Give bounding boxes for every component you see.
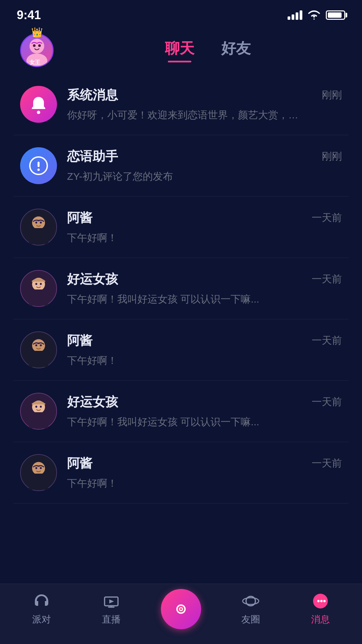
alert-icon	[28, 156, 49, 176]
chat-item-top: 阿酱 一天前	[67, 332, 342, 349]
system-message-avatar	[20, 86, 57, 123]
svg-marker-42	[109, 599, 114, 603]
list-item[interactable]: 阿酱 一天前 下午好啊！	[13, 197, 349, 258]
main-tabs: 聊天 好友	[74, 39, 342, 62]
chat-item-content: 好运女孩 一天前 下午好啊！我叫好运女孩 可以认识一下嘛...	[67, 271, 342, 306]
face-illustration	[21, 270, 56, 307]
svg-point-46	[180, 608, 182, 610]
signal-bars-icon	[288, 10, 302, 20]
nav-item-live[interactable]: 直播	[76, 592, 146, 626]
chat-name: 恋语助手	[67, 148, 118, 165]
chat-list: 系统消息 刚刚 你好呀，小可爱！欢迎来到恋语世界，颜艺大赏，花式整盘... 恋语…	[0, 74, 362, 503]
user-avatar-ajiang2	[20, 331, 57, 368]
svg-rect-7	[38, 162, 40, 167]
face-illustration	[21, 209, 56, 246]
svg-rect-14	[29, 228, 48, 244]
list-item[interactable]: 阿酱 一天前 下午好啊！	[13, 319, 349, 381]
bottom-nav: 派对 直播 友圈	[0, 584, 362, 644]
svg-point-13	[40, 222, 42, 224]
svg-point-37	[40, 467, 42, 469]
assistant-avatar	[20, 147, 57, 184]
user-avatar-lucky	[20, 270, 57, 307]
chat-preview: 下午好啊！我叫好运女孩 可以认识一下嘛...	[67, 415, 302, 429]
header: 👑 女王 聊天 好友	[0, 27, 362, 74]
svg-point-25	[40, 344, 42, 346]
nav-item-messages[interactable]: 消息	[286, 592, 355, 626]
chat-item-top: 好运女孩 一天前	[67, 393, 342, 411]
chat-preview: 下午好啊！	[67, 477, 302, 490]
svg-rect-26	[29, 351, 48, 367]
svg-point-36	[35, 467, 37, 469]
chat-item-content: 恋语助手 刚刚 ZY-初九评论了您的发布	[67, 148, 342, 183]
headphone-icon	[33, 592, 50, 610]
svg-point-3	[38, 44, 41, 47]
user-avatar[interactable]: 👑 女王	[20, 34, 54, 67]
list-item[interactable]: 恋语助手 刚刚 ZY-初九评论了您的发布	[13, 135, 349, 197]
chat-item-content: 阿酱 一天前 下午好啊！	[67, 332, 342, 368]
nav-item-center[interactable]	[146, 589, 216, 629]
chat-name: 阿酱	[67, 455, 93, 472]
user-avatar-lucky2	[20, 393, 57, 430]
user-avatar-ajiang	[20, 209, 57, 246]
svg-rect-20	[29, 289, 48, 306]
svg-point-12	[35, 222, 37, 224]
svg-point-24	[35, 344, 37, 346]
svg-rect-38	[29, 474, 48, 490]
svg-point-50	[317, 600, 320, 602]
status-bar: 9:41	[0, 0, 362, 27]
user-avatar-ajiang3	[20, 454, 57, 491]
avatar-circle: 女王	[20, 34, 54, 67]
nav-label-party: 派对	[32, 613, 51, 626]
nav-item-party[interactable]: 派对	[7, 592, 76, 626]
message-icon	[312, 592, 329, 610]
svg-point-19	[40, 283, 42, 285]
tab-chat[interactable]: 聊天	[165, 39, 194, 62]
list-item[interactable]: 阿酱 一天前 下午好啊！	[13, 442, 349, 503]
chat-time: 一天前	[312, 457, 342, 470]
tv-icon	[103, 592, 120, 610]
chat-item-top: 阿酱 一天前	[67, 455, 342, 472]
nav-label-messages: 消息	[311, 613, 330, 626]
status-icons	[288, 10, 345, 20]
svg-point-10	[32, 216, 45, 229]
chat-item-content: 阿酱 一天前 下午好啊！	[67, 455, 342, 490]
chat-name: 好运女孩	[67, 271, 118, 288]
chat-preview: ZY-初九评论了您的发布	[67, 170, 302, 183]
planet-icon	[242, 592, 259, 610]
chat-time: 一天前	[312, 395, 342, 409]
list-item[interactable]: 系统消息 刚刚 你好呀，小可爱！欢迎来到恋语世界，颜艺大赏，花式整盘...	[13, 74, 349, 135]
nav-label-moments: 友圈	[241, 613, 260, 626]
svg-point-22	[32, 339, 45, 352]
chat-item-top: 阿酱 一天前	[67, 209, 342, 226]
svg-point-34	[32, 462, 45, 475]
chat-item-content: 好运女孩 一天前 下午好啊！我叫好运女孩 可以认识一下嘛...	[67, 393, 342, 429]
chat-time: 刚刚	[322, 88, 342, 102]
crown-icon: 👑	[31, 27, 43, 38]
chat-time: 一天前	[312, 211, 342, 225]
center-button[interactable]	[161, 589, 201, 629]
face-illustration	[21, 393, 56, 430]
chat-time: 一天前	[312, 272, 342, 286]
svg-text:女王: 女王	[29, 59, 41, 65]
svg-point-48	[243, 598, 259, 604]
chat-item-content: 阿酱 一天前 下午好啊！	[67, 209, 342, 245]
chat-item-top: 好运女孩 一天前	[67, 271, 342, 288]
nav-label-live: 直播	[102, 613, 121, 626]
bell-icon	[28, 94, 49, 114]
face-illustration	[21, 454, 56, 491]
chat-time: 刚刚	[322, 150, 342, 163]
list-item[interactable]: 好运女孩 一天前 下午好啊！我叫好运女孩 可以认识一下嘛...	[13, 381, 349, 442]
chat-name: 阿酱	[67, 209, 93, 226]
nav-item-moments[interactable]: 友圈	[216, 592, 286, 626]
avatar-face-svg: 女王	[21, 35, 53, 66]
wifi-icon	[308, 10, 320, 20]
list-item[interactable]: 好运女孩 一天前 下午好啊！我叫好运女孩 可以认识一下嘛...	[13, 258, 349, 319]
status-time: 9:41	[17, 8, 41, 22]
chat-preview: 下午好啊！	[67, 231, 302, 245]
svg-point-5	[37, 111, 40, 114]
chat-preview: 下午好啊！	[67, 354, 302, 368]
face-illustration	[21, 331, 56, 368]
svg-point-31	[40, 406, 42, 408]
chat-preview: 下午好啊！我叫好运女孩 可以认识一下嘛...	[67, 292, 302, 306]
tab-friends[interactable]: 好友	[221, 39, 251, 62]
